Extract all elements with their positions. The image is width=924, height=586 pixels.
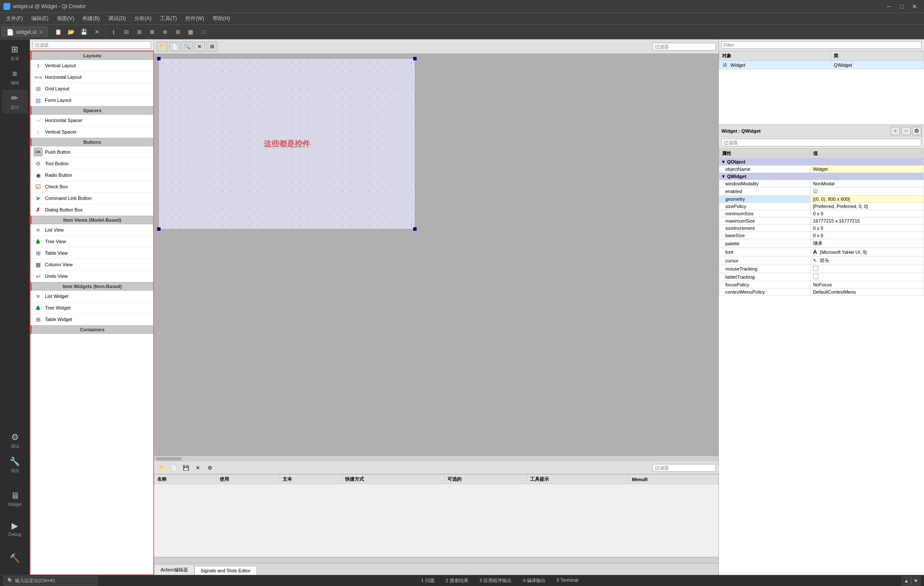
window-controls[interactable]: ─ □ ✕	[883, 2, 921, 11]
prop-palette[interactable]: palette 继承	[719, 239, 924, 248]
prop-tablettracking[interactable]: tabletTracking	[719, 273, 924, 281]
scrollbar-thumb-h[interactable]	[156, 457, 182, 461]
prop-basesize[interactable]: baseSize 0 x 0	[719, 232, 924, 239]
prop-contextmenupolicy[interactable]: contextMenuPolicy DefaultContextMenu	[719, 289, 924, 296]
widget-filter-input[interactable]	[33, 41, 151, 49]
widget-command-link-button[interactable]: ➤ Command Link Button	[30, 193, 153, 204]
widget-tree-widget[interactable]: 🌲 Tree Widget	[30, 302, 153, 314]
status-tab-issues[interactable]: 1 问题	[416, 577, 439, 585]
remove-property-btn[interactable]: −	[901, 127, 911, 135]
status-search[interactable]: 🔍 输入以定位(Ctrl+K)	[3, 576, 98, 585]
property-filter-input[interactable]	[721, 139, 921, 146]
toolbar-btn-grid[interactable]: ⊞	[172, 27, 184, 38]
toolbar-btn-distribute[interactable]: ⊕	[159, 27, 171, 38]
status-btn-up[interactable]: ▲	[902, 577, 911, 585]
prop-enabled[interactable]: enabled ☑	[719, 187, 924, 196]
object-filter-input[interactable]	[721, 41, 921, 49]
widget-vertical-spacer[interactable]: ↕ Vertical Spacer	[30, 126, 153, 138]
handle-bl[interactable]	[157, 227, 161, 231]
maximize-button[interactable]: □	[896, 2, 908, 11]
handle-tr[interactable]	[413, 57, 417, 60]
status-btn-down[interactable]: ▼	[911, 577, 921, 585]
menu-debug[interactable]: 调试(D)	[104, 13, 130, 24]
tab-action-editor[interactable]: Action编辑器	[154, 565, 194, 575]
prop-focuspolicy[interactable]: focusPolicy NoFocus	[719, 281, 924, 289]
widget-tool-button[interactable]: ⚙ Tool Button	[30, 158, 153, 170]
sidebar-item-project[interactable]: 🔧 项目	[2, 453, 28, 477]
action-del-btn[interactable]: ✕	[193, 463, 203, 473]
status-tab-appoutput[interactable]: 3 应用程序输出	[474, 577, 517, 585]
menu-help[interactable]: 帮助(H)	[209, 13, 235, 24]
prop-cursor[interactable]: cursor ↖ 箭头	[719, 256, 924, 265]
toolbar-btn-align-left[interactable]: ⊟	[120, 27, 132, 38]
widget-vertical-layout[interactable]: ⫿ Vertical Layout	[30, 60, 153, 71]
toolbar-btn-adjust[interactable]: ⫿	[107, 27, 119, 38]
action-add-btn[interactable]: 📁	[157, 463, 167, 473]
add-property-btn[interactable]: +	[891, 127, 900, 135]
prop-geometry[interactable]: geometry [(0, 0), 800 x 600]	[719, 196, 924, 203]
tab-signals-slots[interactable]: Signals and Slots Editor	[194, 566, 257, 575]
toolbar-btn-align-center[interactable]: ⊠	[146, 27, 158, 38]
toolbar-btn-save[interactable]: 💾	[78, 27, 90, 38]
toolbar-btn-close[interactable]: ✕	[91, 27, 103, 38]
widget-check-box[interactable]: ☑ Check Box	[30, 181, 153, 193]
menu-build[interactable]: 构建(B)	[78, 13, 104, 24]
object-row-widget[interactable]: 🖥 Widget QWidget	[719, 61, 924, 69]
prop-objectname[interactable]: objectName Widget	[719, 166, 924, 173]
tablettracking-checkbox[interactable]	[813, 274, 818, 279]
bottom-scrollbar-h[interactable]	[154, 557, 718, 563]
configure-property-btn[interactable]: ⚙	[912, 127, 921, 135]
menu-view[interactable]: 视图(V)	[53, 13, 78, 24]
status-tab-compileoutput[interactable]: 4 编译输出	[518, 577, 551, 585]
menu-tools[interactable]: 工具(T)	[156, 13, 181, 24]
mousetracking-checkbox[interactable]	[813, 266, 818, 271]
prop-sizeincrement[interactable]: sizeIncrement 0 x 0	[719, 225, 924, 232]
widget-table-widget[interactable]: ⊞ Table Widget	[30, 314, 153, 325]
menu-file[interactable]: 文件(F)	[2, 13, 27, 24]
prop-sizepolicy[interactable]: sizePolicy [Preferred, Preferred, 0, 0]	[719, 203, 924, 210]
widget-column-view[interactable]: ▦ Column View	[30, 259, 153, 271]
handle-br[interactable]	[413, 227, 417, 231]
sidebar-item-debug[interactable]: ⚙ 调试	[2, 429, 28, 452]
menu-edit[interactable]: 编辑(E)	[27, 13, 53, 24]
toolbar-btn-open[interactable]: 📂	[65, 27, 77, 38]
prop-maximumsize[interactable]: maximumSize 16777215 x 16777215	[719, 217, 924, 225]
action-cfg-btn[interactable]: ⚙	[205, 463, 215, 473]
widget-dialog-button-box[interactable]: ✗ Dialog Button Box	[30, 204, 153, 216]
canvas-btn-4[interactable]: ✕	[194, 42, 205, 52]
menu-analyze[interactable]: 分析(A)	[130, 13, 156, 24]
prop-font[interactable]: font A [Microsoft YaHei UI, 9]	[719, 248, 924, 256]
widget-form-layout[interactable]: ▤ Form Layout	[30, 95, 153, 106]
widget-horizontal-spacer[interactable]: ↔ Horizontal Spacer	[30, 115, 153, 126]
sidebar-item-build[interactable]: 🔨	[2, 546, 28, 570]
widget-table-view[interactable]: ⊞ Table View	[30, 247, 153, 259]
widget-push-button[interactable]: OK Push Button	[30, 146, 153, 158]
file-tab-close[interactable]: ✕	[39, 30, 43, 35]
canvas-filter-input[interactable]	[653, 43, 716, 51]
action-open-btn[interactable]: 📄	[169, 463, 179, 473]
canvas-scrollbar-h[interactable]	[154, 455, 718, 461]
close-button[interactable]: ✕	[909, 2, 921, 11]
toolbar-btn-group[interactable]: ▦	[185, 27, 197, 38]
sidebar-item-design[interactable]: ✏ 设计	[2, 90, 28, 113]
widget-list-widget[interactable]: ≡ List Widget	[30, 291, 153, 302]
toolbar-btn-ungroup[interactable]: □	[197, 27, 209, 38]
sidebar-item-edit[interactable]: ≡ 编辑	[2, 65, 28, 89]
enabled-checkbox[interactable]: ☑	[813, 188, 818, 194]
widget-undo-view[interactable]: ↩ Undo View	[30, 271, 153, 282]
prop-windowmodality[interactable]: windowModality NonModal	[719, 180, 924, 187]
canvas-btn-2[interactable]: 📄	[169, 42, 180, 52]
prop-minimumsize[interactable]: minimumSize 0 x 0	[719, 210, 924, 217]
prop-mousetracking[interactable]: mouseTracking	[719, 265, 924, 273]
sidebar-item-welcome[interactable]: ⊞ 欢迎	[2, 41, 28, 65]
design-canvas[interactable]: 这些都是控件	[158, 58, 415, 229]
status-tab-terminal[interactable]: 5 Terminal	[551, 577, 584, 585]
status-tab-search[interactable]: 2 搜索结果	[441, 577, 474, 585]
canvas-btn-5[interactable]: ⚙	[206, 42, 218, 52]
widget-radio-button[interactable]: ◉ Radio Button	[30, 170, 153, 181]
bottom-filter-input[interactable]	[653, 464, 716, 472]
widget-horizontal-layout[interactable]: ⟺ Horizontal Layout	[30, 71, 153, 83]
menu-widgets[interactable]: 控件(W)	[181, 13, 208, 24]
widget-grid-layout[interactable]: ⊞ Grid Layout	[30, 83, 153, 95]
toolbar-btn-align-right[interactable]: ⊞	[133, 27, 145, 38]
